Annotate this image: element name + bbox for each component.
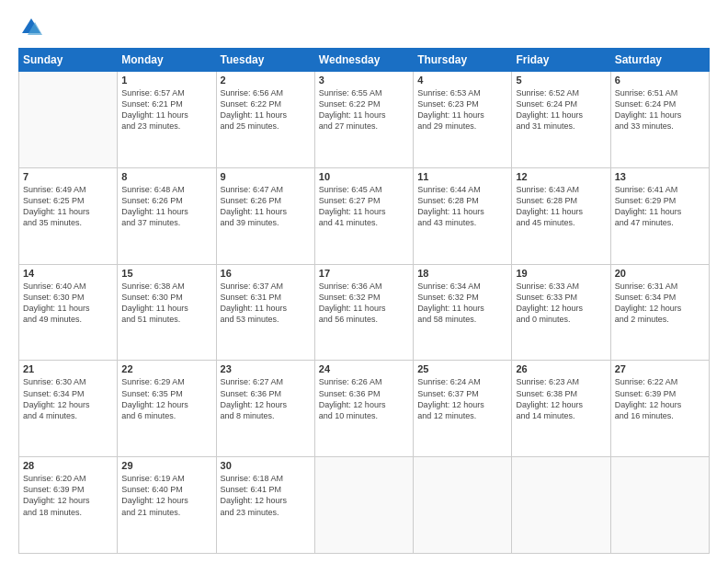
day-number: 18 <box>417 268 507 279</box>
cell-info: Sunrise: 6:56 AM Sunset: 6:22 PM Dayligh… <box>221 87 311 132</box>
cell-info: Sunrise: 6:36 AM Sunset: 6:32 PM Dayligh… <box>319 281 409 326</box>
day-number: 11 <box>417 171 507 182</box>
day-number: 3 <box>319 75 409 86</box>
col-header-sunday: Sunday <box>19 49 118 72</box>
calendar-cell: 24Sunrise: 6:26 AM Sunset: 6:36 PM Dayli… <box>314 361 413 457</box>
week-row-1: 1Sunrise: 6:57 AM Sunset: 6:21 PM Daylig… <box>19 72 710 168</box>
calendar-cell: 17Sunrise: 6:36 AM Sunset: 6:32 PM Dayli… <box>314 264 413 361</box>
day-number: 21 <box>23 363 113 374</box>
calendar-cell: 3Sunrise: 6:55 AM Sunset: 6:22 PM Daylig… <box>314 72 413 168</box>
logo-icon <box>18 15 44 40</box>
day-number: 12 <box>516 171 606 182</box>
cell-info: Sunrise: 6:51 AM Sunset: 6:24 PM Dayligh… <box>615 87 705 132</box>
day-number: 15 <box>121 268 211 279</box>
calendar-cell <box>414 457 512 554</box>
calendar-cell: 16Sunrise: 6:37 AM Sunset: 6:31 PM Dayli… <box>216 264 314 361</box>
day-number: 10 <box>319 171 409 182</box>
calendar-cell: 13Sunrise: 6:41 AM Sunset: 6:29 PM Dayli… <box>610 167 709 264</box>
cell-info: Sunrise: 6:33 AM Sunset: 6:33 PM Dayligh… <box>516 281 606 326</box>
calendar-cell: 5Sunrise: 6:52 AM Sunset: 6:24 PM Daylig… <box>512 72 610 168</box>
page: SundayMondayTuesdayWednesdayThursdayFrid… <box>0 0 728 563</box>
cell-info: Sunrise: 6:53 AM Sunset: 6:23 PM Dayligh… <box>417 87 507 132</box>
cell-info: Sunrise: 6:38 AM Sunset: 6:30 PM Dayligh… <box>121 281 211 326</box>
calendar-cell: 9Sunrise: 6:47 AM Sunset: 6:26 PM Daylig… <box>216 167 314 264</box>
calendar-cell: 21Sunrise: 6:30 AM Sunset: 6:34 PM Dayli… <box>19 361 118 457</box>
calendar-header-row: SundayMondayTuesdayWednesdayThursdayFrid… <box>19 49 710 72</box>
calendar-cell: 6Sunrise: 6:51 AM Sunset: 6:24 PM Daylig… <box>610 72 709 168</box>
day-number: 7 <box>23 171 113 182</box>
cell-info: Sunrise: 6:55 AM Sunset: 6:22 PM Dayligh… <box>319 87 409 132</box>
col-header-wednesday: Wednesday <box>314 49 413 72</box>
calendar-cell: 18Sunrise: 6:34 AM Sunset: 6:32 PM Dayli… <box>414 264 512 361</box>
day-number: 2 <box>221 75 311 86</box>
calendar-cell: 22Sunrise: 6:29 AM Sunset: 6:35 PM Dayli… <box>118 361 216 457</box>
cell-info: Sunrise: 6:37 AM Sunset: 6:31 PM Dayligh… <box>221 281 311 326</box>
week-row-3: 14Sunrise: 6:40 AM Sunset: 6:30 PM Dayli… <box>19 264 710 361</box>
cell-info: Sunrise: 6:48 AM Sunset: 6:26 PM Dayligh… <box>121 184 211 229</box>
day-number: 16 <box>221 268 311 279</box>
cell-info: Sunrise: 6:22 AM Sunset: 6:39 PM Dayligh… <box>615 376 705 421</box>
calendar-cell <box>19 72 118 168</box>
day-number: 28 <box>23 460 113 471</box>
cell-info: Sunrise: 6:24 AM Sunset: 6:37 PM Dayligh… <box>417 376 507 421</box>
cell-info: Sunrise: 6:26 AM Sunset: 6:36 PM Dayligh… <box>319 376 409 421</box>
day-number: 6 <box>615 75 705 86</box>
day-number: 17 <box>319 268 409 279</box>
day-number: 30 <box>221 460 311 471</box>
cell-info: Sunrise: 6:27 AM Sunset: 6:36 PM Dayligh… <box>221 376 311 421</box>
cell-info: Sunrise: 6:23 AM Sunset: 6:38 PM Dayligh… <box>516 376 606 421</box>
calendar-cell: 10Sunrise: 6:45 AM Sunset: 6:27 PM Dayli… <box>314 167 413 264</box>
day-number: 29 <box>121 460 211 471</box>
cell-info: Sunrise: 6:20 AM Sunset: 6:39 PM Dayligh… <box>23 473 113 518</box>
calendar-cell: 2Sunrise: 6:56 AM Sunset: 6:22 PM Daylig… <box>216 72 314 168</box>
day-number: 26 <box>516 363 606 374</box>
calendar-cell: 14Sunrise: 6:40 AM Sunset: 6:30 PM Dayli… <box>19 264 118 361</box>
cell-info: Sunrise: 6:47 AM Sunset: 6:26 PM Dayligh… <box>221 184 311 229</box>
col-header-friday: Friday <box>512 49 610 72</box>
day-number: 22 <box>121 363 211 374</box>
calendar-cell: 8Sunrise: 6:48 AM Sunset: 6:26 PM Daylig… <box>118 167 216 264</box>
calendar-cell: 25Sunrise: 6:24 AM Sunset: 6:37 PM Dayli… <box>414 361 512 457</box>
calendar-cell: 20Sunrise: 6:31 AM Sunset: 6:34 PM Dayli… <box>610 264 709 361</box>
cell-info: Sunrise: 6:30 AM Sunset: 6:34 PM Dayligh… <box>23 376 113 421</box>
day-number: 9 <box>221 171 311 182</box>
cell-info: Sunrise: 6:41 AM Sunset: 6:29 PM Dayligh… <box>615 184 705 229</box>
calendar-cell: 28Sunrise: 6:20 AM Sunset: 6:39 PM Dayli… <box>19 457 118 554</box>
cell-info: Sunrise: 6:57 AM Sunset: 6:21 PM Dayligh… <box>121 87 211 132</box>
calendar-cell: 12Sunrise: 6:43 AM Sunset: 6:28 PM Dayli… <box>512 167 610 264</box>
calendar-cell: 30Sunrise: 6:18 AM Sunset: 6:41 PM Dayli… <box>216 457 314 554</box>
day-number: 19 <box>516 268 606 279</box>
week-row-4: 21Sunrise: 6:30 AM Sunset: 6:34 PM Dayli… <box>19 361 710 457</box>
calendar-cell: 26Sunrise: 6:23 AM Sunset: 6:38 PM Dayli… <box>512 361 610 457</box>
cell-info: Sunrise: 6:52 AM Sunset: 6:24 PM Dayligh… <box>516 87 606 132</box>
calendar-cell: 1Sunrise: 6:57 AM Sunset: 6:21 PM Daylig… <box>118 72 216 168</box>
col-header-monday: Monday <box>118 49 216 72</box>
week-row-5: 28Sunrise: 6:20 AM Sunset: 6:39 PM Dayli… <box>19 457 710 554</box>
calendar-cell <box>314 457 413 554</box>
logo <box>18 15 48 40</box>
cell-info: Sunrise: 6:19 AM Sunset: 6:40 PM Dayligh… <box>121 473 211 518</box>
cell-info: Sunrise: 6:31 AM Sunset: 6:34 PM Dayligh… <box>615 281 705 326</box>
cell-info: Sunrise: 6:29 AM Sunset: 6:35 PM Dayligh… <box>121 376 211 421</box>
header <box>18 15 710 40</box>
cell-info: Sunrise: 6:34 AM Sunset: 6:32 PM Dayligh… <box>417 281 507 326</box>
day-number: 1 <box>121 75 211 86</box>
cell-info: Sunrise: 6:18 AM Sunset: 6:41 PM Dayligh… <box>221 473 311 518</box>
day-number: 24 <box>319 363 409 374</box>
calendar-table: SundayMondayTuesdayWednesdayThursdayFrid… <box>18 48 710 554</box>
calendar-cell: 23Sunrise: 6:27 AM Sunset: 6:36 PM Dayli… <box>216 361 314 457</box>
calendar-cell <box>610 457 709 554</box>
cell-info: Sunrise: 6:44 AM Sunset: 6:28 PM Dayligh… <box>417 184 507 229</box>
day-number: 20 <box>615 268 705 279</box>
calendar-cell: 11Sunrise: 6:44 AM Sunset: 6:28 PM Dayli… <box>414 167 512 264</box>
day-number: 4 <box>417 75 507 86</box>
calendar-cell: 4Sunrise: 6:53 AM Sunset: 6:23 PM Daylig… <box>414 72 512 168</box>
cell-info: Sunrise: 6:43 AM Sunset: 6:28 PM Dayligh… <box>516 184 606 229</box>
day-number: 5 <box>516 75 606 86</box>
day-number: 8 <box>121 171 211 182</box>
calendar-cell: 15Sunrise: 6:38 AM Sunset: 6:30 PM Dayli… <box>118 264 216 361</box>
day-number: 23 <box>221 363 311 374</box>
day-number: 27 <box>615 363 705 374</box>
day-number: 13 <box>615 171 705 182</box>
day-number: 14 <box>23 268 113 279</box>
